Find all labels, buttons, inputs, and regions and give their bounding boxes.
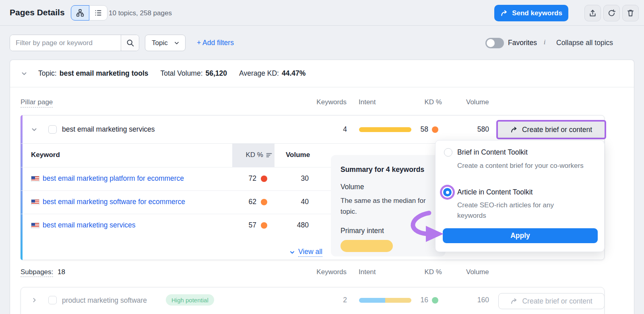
keyword-row: best email marketing services 57 480 xyxy=(21,214,331,237)
send-keywords-label: Send keywords xyxy=(512,9,562,17)
average-kd-value: 44.47% xyxy=(282,69,305,78)
summary-intent-label: Primary intent xyxy=(341,227,436,235)
topic-label: Topic: xyxy=(38,69,57,78)
create-brief-or-content-button[interactable]: Create brief or content xyxy=(498,293,605,309)
forward-arrow-icon xyxy=(510,297,518,305)
keyword-link[interactable]: best email marketing software for ecomme… xyxy=(43,198,185,206)
kd-column-header: KD % xyxy=(232,151,263,159)
summary-title: Summary for 4 keywords xyxy=(341,165,436,174)
high-potential-badge: High potential xyxy=(166,294,214,306)
delete-button[interactable] xyxy=(622,5,639,21)
topic-header-row[interactable]: Topic: best email marketing tools Total … xyxy=(10,60,634,87)
column-keywords: Keywords xyxy=(314,98,347,106)
keyword-row: best email marketing platform for ecomme… xyxy=(21,167,331,190)
create-brief-or-content-button[interactable]: Create brief or content xyxy=(496,120,606,139)
column-pillar-page[interactable]: Pillar page xyxy=(21,98,53,107)
chevron-down-icon[interactable] xyxy=(31,126,38,133)
collapse-all-topics-link[interactable]: Collapse all topics xyxy=(556,39,613,47)
column-volume: Volume xyxy=(466,98,489,106)
pillar-keywords-count: 4 xyxy=(327,125,347,134)
column-kd: KD % xyxy=(418,268,442,276)
subpage-kd-value: 16 xyxy=(408,296,428,304)
keyword-table: Keyword KD % Volume best email marketing… xyxy=(21,144,331,237)
sort-descending-icon xyxy=(266,153,272,158)
chevron-down-icon[interactable] xyxy=(21,70,28,77)
chevron-down-icon xyxy=(289,249,295,256)
kd-difficulty-dot xyxy=(261,176,267,182)
subpage-intent-bar xyxy=(359,298,411,303)
topic-name: best email marketing tools xyxy=(60,69,149,78)
kd-value: 72 xyxy=(224,174,256,183)
kd-sorted-column-cell[interactable]: KD % xyxy=(232,144,275,167)
subpage-name: product marketing software xyxy=(62,296,147,305)
pillar-page-name: best email marketing services xyxy=(62,125,155,134)
list-view-button[interactable] xyxy=(89,5,107,21)
radio-highlight-annotation xyxy=(440,185,455,200)
topics-pages-count: 10 topics, 258 pages xyxy=(109,9,172,17)
create-brief-label: Create brief or content xyxy=(522,297,592,306)
tree-view-button[interactable] xyxy=(71,5,89,21)
subpage-checkbox[interactable] xyxy=(48,296,57,304)
kd-value: 62 xyxy=(224,198,256,206)
brief-option-label[interactable]: Brief in Content Toolkit xyxy=(457,148,528,157)
article-radio-button-selected[interactable] xyxy=(443,188,452,196)
column-volume: Volume xyxy=(466,268,489,276)
keyword-link[interactable]: best email marketing platform for ecomme… xyxy=(43,174,184,183)
kd-value: 57 xyxy=(224,221,256,229)
view-mode-toggle xyxy=(71,5,107,21)
forward-arrow-icon xyxy=(500,9,508,17)
chevron-down-icon xyxy=(173,40,180,46)
info-icon[interactable]: i xyxy=(542,38,547,46)
pillar-intent-bar xyxy=(359,127,411,132)
brief-option-description: Create a content brief for your co-worke… xyxy=(457,161,584,171)
average-kd-label: Average KD: xyxy=(239,69,279,78)
radio-dot xyxy=(446,191,449,194)
chevron-right-icon[interactable] xyxy=(31,297,38,304)
export-button[interactable] xyxy=(584,5,601,21)
keyword-column-header: Keyword xyxy=(31,151,60,159)
trash-icon xyxy=(626,9,635,17)
volume-column-header: Volume xyxy=(286,151,310,159)
kd-difficulty-dot xyxy=(432,297,438,304)
list-icon xyxy=(94,8,103,17)
subpages-count: 18 xyxy=(58,268,65,276)
keyword-table-header: Keyword KD % Volume xyxy=(21,144,331,167)
pages-details-app: Pages Details 10 topics, 258 pages xyxy=(0,0,644,314)
refresh-button[interactable] xyxy=(603,5,620,21)
kd-difficulty-dot xyxy=(261,222,267,229)
forward-arrow-icon xyxy=(510,126,518,134)
favorites-toggle[interactable] xyxy=(485,38,504,48)
search-button[interactable] xyxy=(121,35,139,51)
add-filters-link[interactable]: + Add filters xyxy=(197,39,234,47)
total-volume-value: 56,120 xyxy=(206,69,227,78)
subpages-label: Subpages: xyxy=(21,268,53,277)
topic-filter-dropdown[interactable]: Topic xyxy=(145,35,186,51)
us-flag-icon xyxy=(31,176,39,182)
column-kd: KD % xyxy=(418,98,442,106)
radio-ring-gap xyxy=(442,187,453,198)
create-content-popover: Brief in Content Toolkit Create a conten… xyxy=(435,140,605,252)
view-all-link[interactable]: View all xyxy=(289,248,322,257)
subpages-heading[interactable]: Subpages: 18 xyxy=(21,268,65,276)
view-all-label: View all xyxy=(298,248,322,257)
summary-volume-text: The same as the median for topic. xyxy=(341,195,435,217)
volume-value: 30 xyxy=(277,174,309,183)
export-icon xyxy=(588,9,597,17)
intent-segment-commercial xyxy=(359,127,411,132)
search-input[interactable] xyxy=(10,35,121,51)
us-flag-icon xyxy=(31,199,39,205)
total-volume-label: Total Volume: xyxy=(160,69,202,78)
subpage-row-card: product marketing software High potentia… xyxy=(21,287,605,314)
column-intent: Intent xyxy=(359,98,376,106)
kd-difficulty-dot xyxy=(432,126,438,133)
article-option-label[interactable]: Article in Content Toolkit xyxy=(457,188,533,196)
keyword-link[interactable]: best email marketing services xyxy=(43,221,136,229)
intent-segment-commercial xyxy=(385,298,411,303)
apply-button[interactable]: Apply xyxy=(443,228,598,243)
pillar-checkbox[interactable] xyxy=(48,125,57,134)
brief-radio-button[interactable] xyxy=(444,148,452,157)
column-keywords: Keywords xyxy=(314,268,347,276)
sitemap-icon xyxy=(76,8,85,17)
pillar-kd-value: 58 xyxy=(408,125,428,134)
send-keywords-button[interactable]: Send keywords xyxy=(494,5,568,21)
